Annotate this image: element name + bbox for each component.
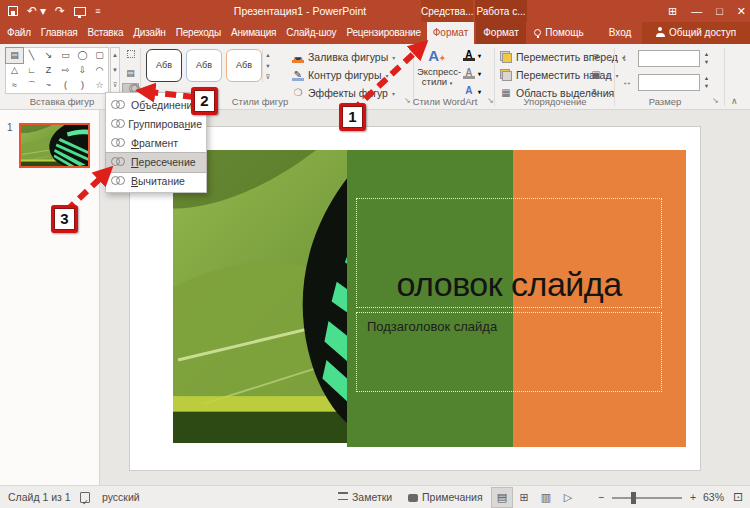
wordart-launcher-icon[interactable]: ↘	[487, 96, 494, 105]
shape-outline-button[interactable]: ✎ Контур фигуры▾	[292, 67, 388, 83]
group-label-wordart: Стили WordArt	[400, 96, 490, 107]
height-spinner[interactable]: ▲▼	[701, 50, 712, 67]
width-input[interactable]	[638, 74, 700, 91]
title-bar: ↶ ▾ ↷ ≡ Презентация1 - PowerPoint Средст…	[0, 0, 750, 22]
zoom-slider-thumb[interactable]	[631, 492, 636, 504]
shape-icon-7[interactable]: ∟	[23, 63, 40, 78]
tab-format-drawing-active[interactable]: Формат	[427, 22, 474, 44]
shape-icon-8[interactable]: Z	[40, 63, 57, 78]
normal-view-button[interactable]: ▤	[492, 488, 512, 507]
shape-icon-4[interactable]: ◯	[74, 48, 91, 63]
slide-subtitle-text: Подзаголовок слайда	[357, 313, 661, 334]
start-slideshow-icon[interactable]	[74, 7, 86, 16]
undo-dropdown-icon[interactable]: ▾	[40, 0, 46, 22]
callout-step-3: 3	[51, 205, 78, 233]
slideshow-view-button[interactable]: ▷	[558, 488, 578, 507]
minimize-icon[interactable]: —	[691, 5, 702, 17]
tab-slideshow[interactable]: Слайд-шоу	[281, 22, 341, 44]
text-outline-icon: А	[463, 67, 475, 79]
tab-animations[interactable]: Анимация	[226, 22, 281, 44]
title-placeholder[interactable]: оловок слайда	[356, 198, 662, 308]
comments-toggle[interactable]: Примечания	[408, 486, 483, 508]
zoom-slider-track[interactable]	[612, 497, 682, 499]
sign-in-button[interactable]: Вход	[600, 22, 640, 44]
tab-format-picture[interactable]: Формат	[476, 22, 526, 44]
menu-item-subtract[interactable]: Вычитание	[106, 172, 206, 191]
shape-gallery-scroll[interactable]: ▲▼⊽	[110, 47, 120, 94]
context-group-drawing-tools: Средства...	[421, 0, 473, 22]
reading-view-button[interactable]: ▥	[536, 488, 556, 507]
redo-icon[interactable]: ↷	[55, 0, 65, 22]
text-fill-button[interactable]: А▾	[458, 47, 486, 63]
ribbon-display-options-icon[interactable]: ⊞	[668, 5, 677, 18]
zoom-in-button[interactable]: +	[690, 486, 696, 508]
shape-icon-12[interactable]: ≈	[6, 78, 23, 93]
align-button[interactable]: ≡▾	[590, 49, 609, 65]
shape-icon-10[interactable]: ⇩	[74, 63, 91, 78]
group-label-arrange: Упорядочение	[505, 96, 605, 107]
maximize-icon[interactable]: □	[716, 5, 723, 17]
shape-style-1[interactable]: Абв	[146, 49, 182, 82]
shape-icon-3[interactable]: ▭	[57, 48, 74, 63]
merge-union-icon	[111, 100, 125, 110]
shape-icon-2[interactable]: ↘	[40, 48, 57, 63]
tab-review[interactable]: Рецензирование	[341, 22, 425, 44]
edit-shape-icon	[127, 50, 135, 58]
tab-design[interactable]: Дизайн	[128, 22, 170, 44]
zoom-level[interactable]: 63%	[703, 486, 724, 508]
shape-icon-9[interactable]: ⇨	[57, 63, 74, 78]
zoom-out-button[interactable]: −	[598, 486, 604, 508]
tab-home[interactable]: Главная	[36, 22, 83, 44]
fit-to-window-icon[interactable]: ⊡	[733, 486, 743, 508]
quick-styles-icon: А✦	[417, 48, 457, 67]
tab-file[interactable]: Файл	[2, 22, 36, 44]
shape-icon-11[interactable]: ◠	[91, 63, 108, 78]
menu-item-fragment[interactable]: Фрагмент	[106, 133, 206, 152]
share-button[interactable]: Общий доступ	[642, 22, 750, 44]
shape-icon-5[interactable]: ▢	[91, 48, 108, 63]
shape-icon-14[interactable]: ~	[40, 78, 57, 93]
shape-icon-0[interactable]: ▤	[6, 48, 23, 63]
tab-transitions[interactable]: Переходы	[171, 22, 226, 44]
shape-gallery: ▤╲↘▭◯▢△∟Z⇨⇩◠≈⌒~()☆	[5, 47, 109, 94]
tab-help[interactable]: Помощь	[528, 22, 590, 44]
slide-sorter-view-button[interactable]: ⊞	[514, 488, 534, 507]
shape-fill-button[interactable]: ◛ Заливка фигуры▾	[292, 49, 395, 65]
shape-style-3[interactable]: Абв	[226, 49, 262, 82]
edit-shape-button[interactable]	[122, 47, 139, 63]
shape-icon-6[interactable]: △	[6, 63, 23, 78]
group-label-shape-styles: Стили фигур	[200, 96, 320, 107]
shape-style-2[interactable]: Абв	[186, 49, 222, 82]
save-icon[interactable]	[8, 6, 18, 16]
text-fill-icon: А	[463, 49, 475, 61]
shape-icon-16[interactable]: )	[74, 78, 91, 93]
height-input[interactable]	[638, 50, 700, 67]
shape-styles-scroll[interactable]: ▴▾⊽	[262, 49, 273, 82]
fill-bucket-icon: ◛	[292, 51, 304, 63]
window-title: Презентация1 - PowerPoint	[180, 0, 420, 22]
close-icon[interactable]: ✕	[737, 5, 746, 18]
size-launcher-icon[interactable]: ↘	[712, 96, 719, 105]
quick-styles-button[interactable]: А✦ Экспресс-стили ▾	[417, 48, 457, 88]
customize-qat-icon[interactable]: ≡	[95, 0, 100, 22]
shape-icon-13[interactable]: ⌒	[23, 78, 40, 93]
group-objects-button[interactable]: ▣▾	[590, 67, 609, 83]
notes-toggle[interactable]: Заметки	[338, 486, 392, 508]
text-box-button[interactable]: ▤	[122, 65, 139, 81]
shape-icon-17[interactable]: ☆	[91, 78, 108, 93]
shape-icon-15[interactable]: (	[57, 78, 74, 93]
subtitle-placeholder[interactable]: Подзаголовок слайда	[356, 312, 662, 392]
collapse-ribbon-icon[interactable]: ∧	[731, 96, 738, 106]
person-icon	[656, 27, 665, 36]
width-spinner[interactable]: ▲▼	[701, 74, 712, 91]
spellcheck-icon[interactable]	[80, 486, 90, 508]
slide-thumbnail[interactable]	[19, 123, 90, 168]
shape-icon-1[interactable]: ╲	[23, 48, 40, 63]
menu-item-combine[interactable]: Группирование	[106, 114, 206, 133]
tab-insert[interactable]: Вставка	[82, 22, 128, 44]
menu-item-intersect[interactable]: Пересечение	[106, 153, 206, 172]
language-indicator[interactable]: русский	[102, 486, 140, 508]
slide[interactable]: оловок слайда Подзаголовок слайда	[130, 127, 700, 470]
text-outline-button[interactable]: А▾	[458, 65, 486, 81]
undo-icon[interactable]: ↶	[27, 0, 37, 22]
